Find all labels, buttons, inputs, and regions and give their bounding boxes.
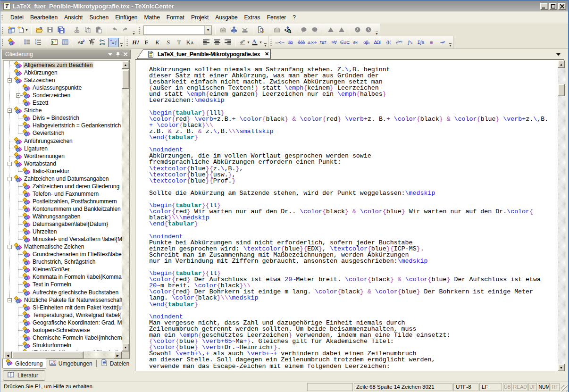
math-radical-button[interactable]: √ᵃᕀᵇ [393, 38, 404, 47]
editor-scroll-down-button[interactable]: ▼ [558, 364, 565, 371]
outline-tree-item[interactable]: Temperaturgrad, Winkelgrad \label{Temper… [23, 311, 122, 319]
outline-tree-item[interactable]: Halbgeviertstrich = Gedankenstrich [23, 122, 122, 129]
math-overset-button[interactable]: →ᵅ [437, 38, 448, 47]
align-right-button[interactable] [222, 38, 233, 47]
math-relations-button[interactable]: =≺∼ [274, 38, 285, 47]
redo-button[interactable] [120, 25, 131, 35]
build-and-view-button[interactable] [229, 25, 240, 35]
toolbar-grip[interactable] [2, 26, 4, 34]
undo-button[interactable] [109, 25, 120, 35]
outline-tree-item[interactable]: Zahlzeichen und Datumsangaben [14, 175, 109, 183]
menu-einfgen[interactable]: Einfügen [112, 13, 141, 23]
outline-tree-item[interactable]: \TeX{}t für Mineralogen: Miller-Indizes [23, 349, 122, 351]
editor-content[interactable]: Abkürzungen sollten niemals am Satzanfan… [136, 60, 556, 370]
tree-scroll-down-button[interactable]: ▼ [122, 343, 129, 351]
toolbar-overflow-chevron[interactable]: ▼ [374, 24, 379, 36]
save-button[interactable] [45, 25, 56, 35]
scrollbar-thumb[interactable] [558, 84, 565, 96]
typewriter-button[interactable]: T [174, 38, 184, 47]
dropdown-arrow-icon[interactable]: ▼ [259, 41, 262, 44]
outline-tree-item[interactable]: Kommata in Formeln \label{KommaFormeln} [23, 273, 122, 281]
toolbar-grip[interactable] [139, 26, 141, 34]
copy-button[interactable] [83, 25, 93, 35]
outline-tree-item[interactable]: Aufrechte griechische Buchstaben [23, 289, 119, 296]
outline-tree-item[interactable]: Anführungszeichen [14, 137, 74, 145]
outline-tree-item[interactable]: Bruchstrich, Schrägstrich [23, 258, 96, 266]
menu-format[interactable]: Format [163, 13, 188, 23]
highlight-button[interactable]: ▼ [238, 38, 251, 47]
toolbar-overflow-chevron[interactable]: ▼ [448, 36, 453, 48]
outline-tree-item[interactable]: Mathematische Zeichen [14, 243, 85, 250]
math-binary-operators-button[interactable]: ±×÷ [307, 38, 318, 47]
math-bigop-button[interactable]: Σ∫π [415, 38, 426, 47]
outline-tree-item[interactable]: Sonderzeichen [23, 92, 71, 99]
toolbar-overflow-chevron[interactable]: ▼ [131, 24, 136, 36]
dropdown-arrow-icon[interactable]: ▼ [25, 28, 28, 32]
aligned-equations-button[interactable]: d=ca=e [97, 38, 108, 47]
tree-expander-minus-icon[interactable]: − [8, 108, 12, 113]
tree-expander-minus-icon[interactable]: − [8, 162, 12, 166]
outline-tree-item[interactable]: Abkürzungen [14, 69, 59, 76]
math-set-button[interactable]: ∈∪⊆ [339, 38, 350, 47]
tree-scroll-up-button[interactable]: ▲ [122, 61, 129, 69]
menu-datei[interactable]: Datei [7, 13, 27, 23]
scrollbar-track[interactable] [558, 60, 565, 371]
document-tab[interactable]: LaTeX_fuer_Penible-Mikrotypografie.tex ✕ [137, 49, 271, 59]
build-profile-combobox[interactable]: ▼ [143, 25, 212, 35]
outline-tree-item[interactable]: Kontonummern und Bankleitzahlen [23, 205, 122, 213]
align-left-button[interactable] [201, 38, 211, 47]
align-center-button[interactable] [211, 38, 222, 47]
fraction-button[interactable]: 12 [86, 38, 97, 47]
insert-image-button[interactable] [49, 38, 59, 47]
tree-expander-minus-icon[interactable]: − [8, 245, 12, 249]
prev-mark-button[interactable] [352, 25, 363, 35]
outline-tree-item[interactable]: Italic-Korrektur [23, 167, 70, 175]
toolbar-grip[interactable] [2, 39, 4, 46]
outline-tree-item[interactable]: Währungsangaben [23, 213, 81, 220]
tab-close-icon[interactable]: ✕ [265, 51, 269, 57]
math-spacing-button[interactable]: äḅ [285, 38, 296, 47]
enumerate-button[interactable]: 123 [33, 38, 43, 47]
editor-scroll-up-button[interactable]: ▲ [558, 60, 565, 68]
new-document-button[interactable]: ▼ [17, 25, 29, 35]
outline-tree-item[interactable]: Text in Formeln [23, 281, 72, 288]
menu-ausgabe[interactable]: Ausgabe [212, 13, 241, 23]
math-greek-upper-button[interactable]: ΔΩΙ [372, 38, 383, 47]
outline-tree-item[interactable]: Grundrechenarten im Fließtext\label{Grun… [23, 250, 122, 258]
bold-button[interactable]: F [141, 38, 152, 47]
next-mark-button[interactable] [363, 25, 374, 35]
outline-tree-item[interactable]: Nützliche Pakete für Naturwissenschaftle… [14, 296, 122, 304]
prev-warning-button[interactable] [299, 25, 310, 35]
tab-list-dropdown-icon[interactable] [554, 50, 562, 58]
insert-section-button[interactable] [6, 38, 17, 47]
tree-expander-minus-icon[interactable]: − [8, 78, 12, 83]
outline-tree-item[interactable]: Ligaturen [14, 145, 49, 152]
menu-help[interactable]: ? [289, 13, 299, 23]
build-current-button[interactable] [272, 25, 283, 35]
view-output-button[interactable] [283, 25, 293, 35]
menu-grip[interactable] [1, 14, 4, 21]
outline-tree-item[interactable]: Satzzeichen [14, 76, 56, 84]
slanted-button[interactable]: S [163, 38, 174, 47]
outline-tree-item[interactable]: Zahlzeichen und deren Gliederung [23, 183, 120, 190]
menu-suchen[interactable]: Suchen [86, 13, 112, 23]
menu-ansicht[interactable]: Ansicht [61, 13, 86, 23]
scrollbar-track[interactable] [122, 61, 129, 351]
itemize-button[interactable] [22, 38, 33, 47]
scrollbar-thumb[interactable] [122, 70, 129, 89]
close-button[interactable] [558, 3, 566, 10]
outline-tree-item[interactable]: Geviertstrich [23, 129, 65, 137]
tab-umgebungen[interactable]: Umgebungen [46, 358, 95, 369]
tab-dateien[interactable]: Dateien [98, 358, 132, 369]
save-all-button[interactable] [56, 25, 67, 35]
math-logic-button[interactable]: ∍∀ [328, 38, 339, 47]
tree-expander-minus-icon[interactable]: − [8, 177, 12, 181]
toolbar-overflow-chevron[interactable]: ▼ [263, 36, 268, 48]
cut-button[interactable] [72, 25, 83, 35]
new-project-button[interactable] [6, 25, 17, 35]
math-toolbar-toggle[interactable]: α±∫ [108, 38, 119, 47]
italic-button[interactable]: K [152, 38, 163, 47]
math-arrows-button[interactable]: ⇆⇄ [318, 38, 328, 47]
next-warning-button[interactable] [310, 25, 320, 35]
font-color-button[interactable]: A▼ [251, 38, 263, 47]
